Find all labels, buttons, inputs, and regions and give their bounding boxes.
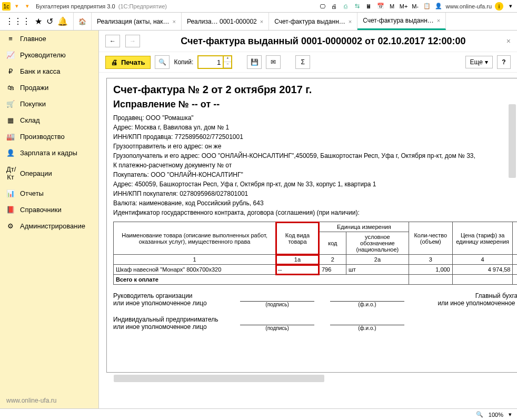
user-icon[interactable]: 👤 (434, 2, 443, 11)
tabs: Реализация (акты, нак…×Реализа… 0001-000… (92, 13, 517, 30)
tab[interactable]: Реализация (акты, нак…× (92, 13, 182, 30)
copies-label: Копий: (174, 58, 193, 66)
colnum-blank (513, 255, 517, 265)
save-icon[interactable]: ⎙ (342, 2, 350, 11)
sidebar-label: Покупки (20, 100, 46, 108)
sidebar-item[interactable]: 🏭Производство (0, 128, 98, 145)
th-name: Наименование товара (описание выполненны… (114, 222, 276, 255)
cell-qty: 1,000 (409, 265, 452, 275)
cell-blank (513, 265, 517, 275)
bell-icon[interactable]: 🔔 (57, 16, 68, 26)
preview-button[interactable]: 🔍 (155, 55, 170, 69)
dropdown-icon[interactable]: ▾ (13, 2, 21, 11)
zoom-icon[interactable]: 🔍 (476, 411, 483, 418)
calc-icon[interactable]: 🖩 (365, 2, 373, 11)
content: ← → Счет-фактура выданный 0001-0000002 о… (99, 31, 517, 408)
total-label: Всего к оплате (114, 275, 409, 285)
info-dropdown-icon[interactable]: ▾ (506, 2, 515, 11)
copies-input[interactable] (197, 55, 224, 69)
sidebar-label: Операции (20, 169, 52, 177)
zoom-dropdown-icon[interactable]: ▾ (509, 411, 512, 418)
print-button[interactable]: 🖨 Печать (105, 56, 151, 69)
doc-page: Счет-фактура № 2 от 2 октября 2017 г. Ис… (106, 78, 517, 373)
sidebar-item[interactable]: ▦Склад (0, 112, 98, 128)
sidebar-icon: 🛍 (6, 84, 15, 92)
sig-line2 (240, 318, 314, 325)
history-icon[interactable]: ↺ (46, 16, 53, 26)
help-button[interactable]: ? (497, 55, 511, 69)
horizontal-scrollbar[interactable] (114, 375, 324, 382)
correction-heading: Исправление № -- от -- (113, 99, 517, 110)
copies-spinner[interactable]: +− (224, 55, 232, 69)
sidebar-item[interactable]: ≡Главное (0, 31, 98, 47)
mminus-icon[interactable]: M- (411, 2, 420, 11)
forward-button[interactable]: → (125, 35, 140, 47)
clipboard-icon[interactable]: 📋 (423, 2, 431, 11)
sidebar-item[interactable]: Дт/КтОперации (0, 161, 98, 185)
apps-icon[interactable]: ⋮⋮⋮ (5, 16, 31, 26)
url-label[interactable]: www.online-ufa.ru (446, 3, 492, 9)
sidebar-label: Продажи (20, 84, 48, 92)
cell-price: 4 974,58 (452, 265, 513, 275)
sidebar-icon: ⚙ (6, 222, 15, 230)
sidebar-label: Зарплата и кадры (20, 149, 77, 157)
sidebar-item[interactable]: ⚙Администрирование (0, 218, 98, 234)
tab[interactable]: Реализа… 0001-000002× (182, 13, 269, 30)
sidebar-footer: www.online-ufa.ru (0, 393, 98, 408)
back-button[interactable]: ← (105, 35, 120, 47)
vertical-scrollbar[interactable] (509, 104, 516, 178)
sidebar-icon: 👤 (6, 149, 15, 157)
sidebar-label: Банк и касса (20, 67, 61, 75)
cell-name: Шкаф навесной "Монарх" 800x700x320 (114, 265, 276, 275)
mplus-icon[interactable]: M+ (400, 2, 408, 11)
sidebar-item[interactable]: ₽Банк и касса (0, 63, 98, 79)
doc-line: К платежно-расчетному документу № от (113, 161, 517, 170)
email-button[interactable]: ✉ (266, 55, 281, 69)
tab-label: Счет-фактура выданн… (274, 18, 345, 25)
compare-icon[interactable]: ⇆ (353, 2, 362, 11)
print-label: Печать (121, 58, 145, 66)
dropdown2-icon[interactable]: ▾ (23, 2, 32, 11)
th-codekind: Код вида товара (276, 222, 320, 255)
m-icon[interactable]: M (388, 2, 396, 11)
preview-icon[interactable]: 🖵 (319, 2, 327, 11)
sidebar-icon: ≡ (6, 35, 15, 43)
sidebar-icon: 📈 (6, 51, 15, 59)
doc-line: Грузоотправитель и его адрес: он же (113, 142, 517, 151)
star-icon[interactable]: ★ (35, 16, 42, 26)
save-button[interactable]: 💾 (247, 55, 262, 69)
sidebar-item[interactable]: 📕Справочники (0, 202, 98, 218)
info-icon[interactable]: i (495, 2, 503, 11)
sidebar-label: Производство (20, 133, 65, 141)
sidebar: ≡Главное📈Руководителю₽Банк и касса🛍Прода… (0, 31, 99, 408)
tab[interactable]: Счет-фактура выданн…× (357, 13, 446, 30)
sidebar-item[interactable]: 🛒Покупки (0, 96, 98, 112)
calendar-icon[interactable]: 📅 (376, 2, 385, 11)
sidebar-item[interactable]: 🛍Продажи (0, 79, 98, 96)
close-doc-button[interactable]: × (506, 37, 511, 45)
doc-header: ← → Счет-фактура выданный 0001-0000002 о… (99, 31, 517, 52)
tab-close-icon[interactable]: × (437, 17, 440, 24)
tab-close-icon[interactable]: × (260, 18, 263, 25)
tab-close-icon[interactable]: × (349, 18, 352, 25)
tab[interactable]: Счет-фактура выданн…× (269, 13, 357, 30)
th-unitname: условное обозначение (национальное) (346, 232, 409, 255)
more-button[interactable]: Еще▾ (465, 56, 493, 68)
cell-codekind: -- (276, 265, 320, 275)
sidebar-item[interactable]: 📊Отчеты (0, 185, 98, 202)
doc-line: Идентификатор государственного контракта… (113, 208, 517, 217)
tab-label: Реализа… 0001-000002 (187, 18, 257, 25)
sidebar-item[interactable]: 📈Руководителю (0, 47, 98, 63)
sum-button[interactable]: Σ (295, 55, 310, 69)
doc-title: Счет-фактура выданный 0001-0000002 от 02… (145, 36, 501, 47)
colnum-2a: 2а (346, 255, 409, 265)
sidebar-icon: 📊 (6, 189, 15, 197)
tab-close-icon[interactable]: × (173, 18, 176, 25)
colnum-3: 3 (409, 255, 452, 265)
sidebar-icon: ▦ (6, 116, 15, 124)
home-button[interactable]: 🏠 (74, 13, 92, 30)
print-icon[interactable]: 🖨 (330, 2, 339, 11)
sig-sub2: (подпись) (240, 325, 314, 331)
sidebar-item[interactable]: 👤Зарплата и кадры (0, 145, 98, 161)
fio-line (330, 294, 404, 302)
